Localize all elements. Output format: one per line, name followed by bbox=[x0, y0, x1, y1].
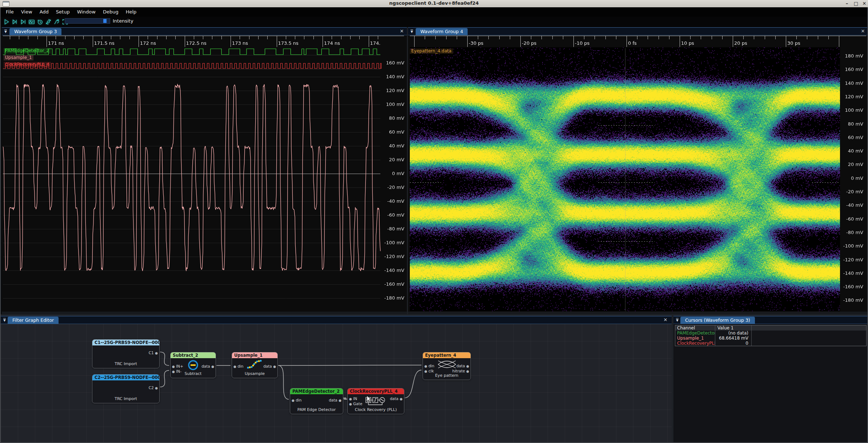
menu-setup[interactable]: Setup bbox=[52, 7, 73, 17]
menu-add[interactable]: Add bbox=[36, 7, 52, 17]
filter-node-title: PAMEdgeDetector_2 bbox=[290, 388, 343, 394]
filter-node-pam[interactable]: PAMEdgeDetector_2● dindata ●PAM Edge Det… bbox=[290, 388, 343, 414]
intensity-slider[interactable] bbox=[65, 18, 110, 24]
menu-window[interactable]: Window bbox=[73, 7, 99, 17]
wg4-y-tick-label: -180 mV bbox=[841, 297, 863, 303]
filter-node-caption: Upsample bbox=[232, 371, 277, 376]
maximize-button[interactable]: □ bbox=[852, 0, 860, 7]
menu-help[interactable]: Help bbox=[122, 7, 140, 17]
filter-node-pll[interactable]: ClockRecoveryPLL_4● IN● Gatedata ●Clock … bbox=[347, 388, 404, 414]
wg4-y-tick-label: 60 mV bbox=[841, 135, 863, 140]
node-input-port-in+[interactable]: ● IN+ bbox=[172, 364, 183, 369]
port-dot-icon: ● bbox=[349, 397, 352, 401]
trigger-icon[interactable] bbox=[53, 18, 60, 26]
wg4-y-tick-label: -40 mV bbox=[841, 202, 863, 208]
wg4-close-icon[interactable]: ✕ bbox=[860, 28, 866, 34]
history-icon[interactable] bbox=[36, 18, 43, 26]
node-input-port-din[interactable]: ● din bbox=[424, 364, 434, 369]
node-output-port-c1[interactable]: C1 ● bbox=[149, 351, 158, 356]
port-dot-icon: ● bbox=[273, 365, 276, 368]
window-title: ngscopeclient 0.1-dev+8fea0ef24 bbox=[0, 0, 868, 6]
node-input-port-din[interactable]: ● din bbox=[292, 398, 301, 403]
cursor-header-spacer bbox=[752, 325, 866, 331]
node-input-port-din[interactable]: ● din bbox=[233, 364, 243, 369]
filter-node-c1[interactable]: C1--25G-PRBS9-NODFE--00001.trcC1 ●TRC Im… bbox=[92, 339, 160, 368]
close-button[interactable]: ✕ bbox=[860, 0, 868, 7]
node-input-port-gate[interactable]: ● Gate bbox=[349, 402, 362, 407]
wg3-y-tick-label: 160 mV bbox=[382, 60, 404, 66]
menu-file[interactable]: File bbox=[2, 7, 17, 17]
play-icon[interactable] bbox=[3, 18, 10, 26]
tab-waveform-group-3[interactable]: Waveform Group 3 bbox=[9, 28, 61, 35]
wg3-tab-bar: ▼ Waveform Group 3 ✕ bbox=[2, 27, 407, 35]
port-dot-icon: ● bbox=[339, 399, 341, 402]
skip-to-end-icon[interactable] bbox=[20, 18, 27, 26]
wg3-plot-canvas[interactable] bbox=[2, 35, 407, 314]
eye-icon bbox=[437, 360, 456, 371]
tab-waveform-group-4[interactable]: Waveform Group 4 bbox=[416, 28, 468, 35]
wg3-y-tick-label: -140 mV bbox=[382, 268, 404, 273]
port-dot-icon: ● bbox=[172, 365, 175, 368]
menu-view[interactable]: View bbox=[17, 7, 36, 17]
intensity-slider-handle[interactable] bbox=[103, 19, 107, 23]
wg4-y-tick-label: 0 mV bbox=[841, 175, 863, 181]
wg4-y-tick-label: -20 mV bbox=[841, 189, 863, 194]
wg4-y-tick-label: 120 mV bbox=[841, 94, 863, 99]
refresh-settings-icon[interactable] bbox=[45, 18, 52, 26]
node-output-port-data[interactable]: data ● bbox=[263, 364, 276, 369]
cursor-table-row[interactable]: PAMEdgeDetector_2(no data) bbox=[675, 331, 866, 336]
node-input-port-in[interactable]: ● IN bbox=[349, 396, 357, 402]
channel-label-clockrecoverypll_4[interactable]: ClockRecoveryPLL_4 bbox=[4, 62, 51, 67]
wg4-y-tick-label: -80 mV bbox=[841, 230, 863, 235]
fge-collapse-icon[interactable]: ▼ bbox=[3, 318, 6, 322]
cursors-collapse-icon[interactable]: ▼ bbox=[676, 318, 679, 322]
wg3-y-tick-label: -160 mV bbox=[382, 281, 404, 287]
wg3-y-tick-label: -60 mV bbox=[382, 212, 404, 218]
cursor-table-row[interactable]: Upsample_168.66418 mV bbox=[675, 336, 866, 341]
cursor-table-row[interactable]: ClockRecoveryPLL_40 bbox=[675, 341, 866, 346]
node-output-port-c2[interactable]: C2 ● bbox=[149, 385, 158, 391]
filter-node-sub[interactable]: Subtract_2● IN+● IN-data ●Subtract bbox=[170, 352, 216, 378]
mouse-cursor-icon bbox=[367, 395, 372, 403]
window-border-left bbox=[0, 7, 1, 443]
wg4-x-tick-label: 20 ps bbox=[734, 40, 747, 46]
cursor-row-channel: PAMEdgeDetector_2 bbox=[675, 331, 715, 336]
wg4-x-tick-label: 10 ps bbox=[681, 40, 694, 46]
wg3-collapse-icon[interactable]: ▼ bbox=[4, 29, 7, 33]
cursors-tab-bar: ▼ Cursors (Waveform Group 3) bbox=[673, 316, 868, 324]
eyepattern-trace-label[interactable]: Eyepattern_4.data bbox=[410, 48, 453, 54]
channel-label-upsample_1[interactable]: Upsample_1 bbox=[4, 55, 33, 60]
wg3-close-icon[interactable]: ✕ bbox=[399, 28, 405, 34]
single-capture-icon[interactable] bbox=[28, 18, 35, 26]
filter-node-caption: Eye pattern bbox=[423, 373, 471, 378]
filter-node-title: Subtract_2 bbox=[171, 352, 216, 358]
filter-node-eye[interactable]: Eyepattern_4● din● clkdata ●hitrate ●Eye… bbox=[423, 352, 471, 380]
filter-node-c2[interactable]: C2--25G-PRBS9-NODFE--00001.trcC2 ●TRC Im… bbox=[92, 374, 160, 403]
node-output-port-data[interactable]: data ● bbox=[329, 398, 341, 403]
vertical-splitter-top[interactable] bbox=[407, 27, 408, 314]
wg3-y-tick-label: 20 mV bbox=[382, 157, 404, 162]
node-output-port-data[interactable]: data ● bbox=[201, 364, 214, 369]
minimize-button[interactable]: – bbox=[843, 0, 851, 7]
wg4-eye-canvas[interactable] bbox=[408, 35, 868, 314]
wg3-x-tick-label: 174. bbox=[370, 40, 381, 46]
wg4-y-tick-label: 80 mV bbox=[841, 121, 863, 127]
tab-filter-graph-editor[interactable]: Filter Graph Editor bbox=[8, 317, 59, 324]
filter-node-ups[interactable]: Upsample_1● dindata ●Upsample bbox=[232, 352, 278, 378]
menu-debug[interactable]: Debug bbox=[99, 7, 122, 17]
wg3-y-tick-label: 0 mV bbox=[382, 171, 404, 176]
fge-tab-bar: ▼ Filter Graph Editor ✕ bbox=[1, 316, 672, 324]
wg3-x-tick-label: 171 ns bbox=[48, 40, 64, 46]
tab-cursors[interactable]: Cursors (Waveform Group 3) bbox=[680, 317, 755, 324]
wg4-y-tick-label: -160 mV bbox=[841, 284, 863, 289]
step-forward-icon[interactable] bbox=[11, 18, 18, 26]
fge-close-icon[interactable]: ✕ bbox=[663, 317, 668, 323]
title-bar[interactable]: ngscopeclient 0.1-dev+8fea0ef24 – □ ✕ bbox=[0, 0, 868, 8]
wg3-y-tick-label: 100 mV bbox=[382, 102, 404, 107]
channel-label-pamedgedetector_2[interactable]: PAMEdgeDetector_2 bbox=[4, 48, 51, 54]
cursor-row-channel: ClockRecoveryPLL_4 bbox=[675, 341, 715, 346]
node-output-port-data[interactable]: data ● bbox=[456, 364, 469, 369]
toolbar: Intensity bbox=[0, 17, 868, 27]
node-output-port-data[interactable]: data ● bbox=[390, 396, 403, 402]
wg4-collapse-icon[interactable]: ▼ bbox=[411, 29, 413, 33]
